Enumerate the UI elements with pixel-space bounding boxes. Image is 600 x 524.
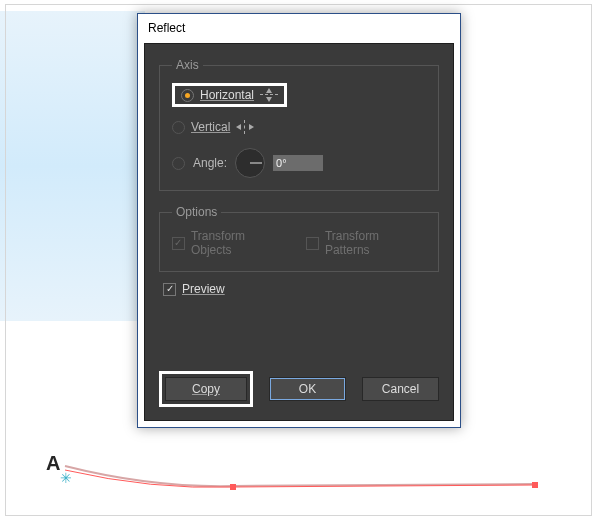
reflect-vertical-icon xyxy=(236,120,254,134)
dialog-buttons: Copy OK Cancel xyxy=(159,372,439,406)
horizontal-highlight: Horizontal xyxy=(172,83,287,107)
cancel-button-label: Cancel xyxy=(382,382,419,396)
axis-horizontal-label[interactable]: Horizontal xyxy=(200,88,254,102)
angle-field[interactable] xyxy=(273,155,323,171)
axis-angle-radio[interactable] xyxy=(172,157,185,170)
point-marker-label: A xyxy=(46,452,60,475)
transform-patterns-checkbox[interactable] xyxy=(306,237,319,250)
copy-button-label: Copy xyxy=(192,382,220,396)
axis-fieldset: Axis Horizontal Vertical Angle: xyxy=(159,58,439,191)
reflect-horizontal-icon xyxy=(260,88,278,102)
preview-checkbox[interactable] xyxy=(163,283,176,296)
transform-objects-checkbox[interactable] xyxy=(172,237,185,250)
axis-angle-label: Angle: xyxy=(193,156,227,170)
transform-objects-label: Transform Objects xyxy=(191,229,288,257)
axis-legend: Axis xyxy=(172,58,203,72)
options-fieldset: Options Transform Objects Transform Patt… xyxy=(159,205,439,272)
dialog-titlebar[interactable]: Reflect xyxy=(138,14,460,42)
cancel-button[interactable]: Cancel xyxy=(362,377,439,401)
options-legend: Options xyxy=(172,205,221,219)
copy-button[interactable]: Copy xyxy=(165,377,247,401)
axis-vertical-radio[interactable] xyxy=(172,121,185,134)
path-curve[interactable] xyxy=(62,464,542,494)
axis-horizontal-radio[interactable] xyxy=(181,89,194,102)
ok-button[interactable]: OK xyxy=(269,377,346,401)
transform-patterns-label: Transform Patterns xyxy=(325,229,426,257)
reflect-dialog: Reflect Axis Horizontal Vertical Angle: xyxy=(137,13,461,428)
path-handle-end[interactable] xyxy=(532,482,538,488)
dialog-panel: Axis Horizontal Vertical Angle: xyxy=(144,43,454,421)
preview-label[interactable]: Preview xyxy=(182,282,225,296)
angle-knob[interactable] xyxy=(235,148,265,178)
canvas-area: A ✳ xyxy=(38,450,553,510)
axis-vertical-label[interactable]: Vertical xyxy=(191,120,230,134)
path-handle-mid[interactable] xyxy=(230,484,236,490)
copy-highlight: Copy xyxy=(159,371,253,407)
dialog-title: Reflect xyxy=(148,21,185,35)
ok-button-label: OK xyxy=(299,382,316,396)
